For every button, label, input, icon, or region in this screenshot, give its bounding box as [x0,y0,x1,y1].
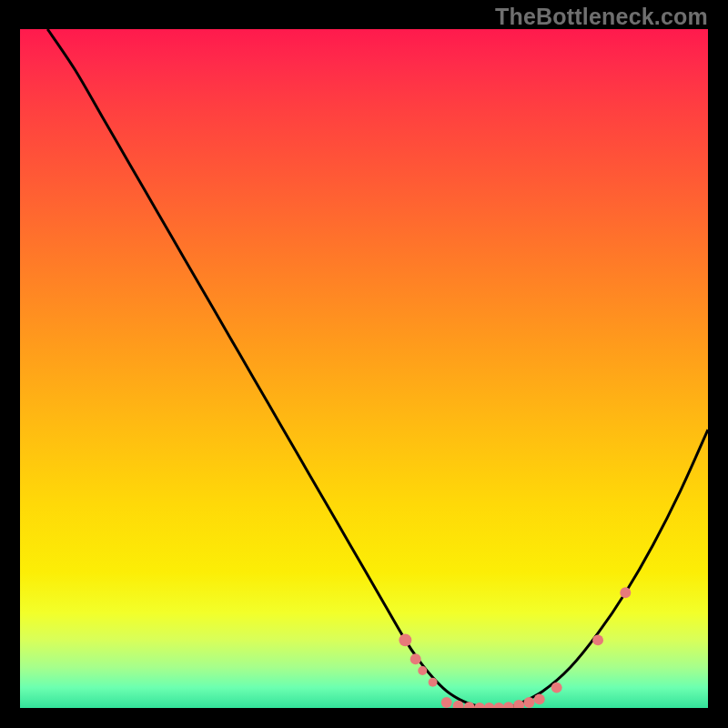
marker-3 [418,666,427,675]
marker-5 [441,697,452,708]
marker-11 [503,702,514,708]
chart-svg [20,29,708,708]
marker-16 [592,634,603,645]
plot-area [18,27,710,710]
marker-15 [551,682,562,693]
marker-2 [410,653,421,664]
data-markers [399,587,631,708]
marker-1 [399,633,411,646]
watermark-text: TheBottleneck.com [495,4,708,30]
chart-container: TheBottleneck.com [0,0,728,728]
bottleneck-curve [47,29,708,708]
marker-9 [484,703,495,708]
marker-14 [534,693,545,704]
marker-13 [523,697,534,708]
marker-4 [429,678,438,687]
marker-10 [493,703,504,708]
marker-17 [620,587,631,598]
marker-8 [474,703,485,708]
